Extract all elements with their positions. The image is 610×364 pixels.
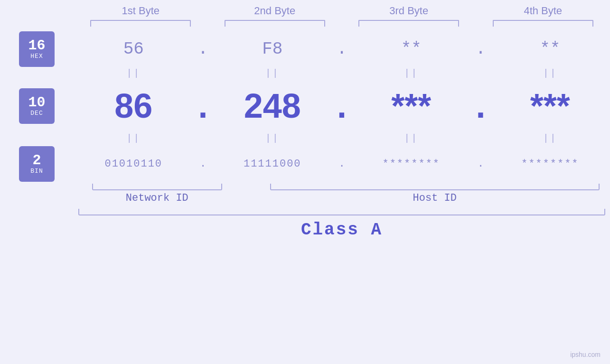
host-bottom-bracket xyxy=(270,184,600,190)
dec-b2: 248 xyxy=(213,86,333,125)
dec-b3: *** xyxy=(351,86,471,125)
byte4-header: 4th Byte xyxy=(476,5,610,20)
hex-badge-label: HEX xyxy=(30,53,43,60)
top-bracket-1 xyxy=(90,20,191,27)
hex-row: 16 HEX 56 . F8 . ** . ** xyxy=(0,31,610,67)
class-label: Class A xyxy=(301,220,383,240)
bottom-bracket-row xyxy=(0,184,610,190)
bin-badge-container: 2 BIN xyxy=(0,146,74,182)
equals-gap-1 xyxy=(0,67,74,80)
equals-2-b3: || xyxy=(351,132,471,145)
bracket-cell-4 xyxy=(476,20,610,27)
id-labels-row: Network ID Host ID xyxy=(0,192,610,204)
bracket-cell-1 xyxy=(74,20,208,27)
host-id-container: Host ID xyxy=(260,192,610,204)
top-bracket-4 xyxy=(493,20,593,27)
class-label-row: Class A xyxy=(0,220,610,240)
dec-row: 10 DEC 86 . 248 . *** . *** xyxy=(0,80,610,132)
hex-badge: 16 HEX xyxy=(19,31,55,67)
bin-dot-1: . xyxy=(194,158,213,170)
hex-badge-number: 16 xyxy=(28,38,45,53)
dec-data-row: 86 . 248 . *** . *** xyxy=(74,80,610,132)
network-id-label: Network ID xyxy=(126,192,188,204)
hex-b3: ** xyxy=(351,39,471,59)
bracket-cell-2 xyxy=(208,20,342,27)
network-bottom-bracket xyxy=(92,184,222,190)
bin-b4: ******** xyxy=(490,158,610,170)
network-id-container: Network ID xyxy=(74,192,241,204)
byte-headers: 1st Byte 2nd Byte 3rd Byte 4th Byte xyxy=(0,5,610,20)
hex-b2: F8 xyxy=(213,39,333,59)
watermark: ipshu.com xyxy=(570,351,601,358)
bin-b1: 01010110 xyxy=(74,158,194,170)
hex-b4: ** xyxy=(490,39,610,59)
bin-badge-number: 2 xyxy=(32,153,41,168)
host-bracket-container xyxy=(260,184,610,190)
id-gap xyxy=(241,192,260,204)
bin-dot-2: . xyxy=(332,158,351,170)
hex-badge-container: 16 HEX xyxy=(0,31,74,67)
byte3-header: 3rd Byte xyxy=(342,5,476,20)
byte2-header: 2nd Byte xyxy=(208,5,342,20)
bin-row: 2 BIN 01010110 . 11111000 . ******** . xyxy=(0,145,610,183)
dec-dot-2: . xyxy=(332,86,351,125)
dec-badge-container: 10 DEC xyxy=(0,88,74,124)
top-bracket-2 xyxy=(225,20,325,27)
hex-dot-1: . xyxy=(194,39,213,59)
hex-dot-2: . xyxy=(332,39,351,59)
equals-row-1: || || || || xyxy=(0,67,610,80)
dec-dot-3: . xyxy=(471,86,490,125)
equals-2-b2: || xyxy=(213,132,333,145)
bin-b3: ******** xyxy=(351,158,471,170)
equals-2-b4: || xyxy=(490,132,610,145)
equals-1-b4: || xyxy=(490,67,610,80)
bracket-gap-1 xyxy=(241,184,260,190)
dec-b1: 86 xyxy=(74,86,194,125)
equals-2-b1: || xyxy=(74,132,194,145)
equals-1-b2: || xyxy=(213,67,333,80)
byte1-header: 1st Byte xyxy=(74,5,208,20)
main-container: 1st Byte 2nd Byte 3rd Byte 4th Byte 16 H… xyxy=(0,0,610,364)
equals-1-b1: || xyxy=(74,67,194,80)
bin-badge-label: BIN xyxy=(30,168,43,175)
top-brackets xyxy=(0,20,610,27)
bin-b2: 11111000 xyxy=(213,158,333,170)
dec-b4: *** xyxy=(490,86,610,125)
bin-data-row: 01010110 . 11111000 . ******** . *******… xyxy=(74,145,610,183)
big-bracket-row xyxy=(0,209,610,215)
host-id-label: Host ID xyxy=(413,192,457,204)
hex-b1: 56 xyxy=(74,39,194,59)
dec-dot-1: . xyxy=(194,86,213,125)
network-bracket-container xyxy=(74,184,241,190)
bin-dot-3: . xyxy=(471,158,490,170)
dec-badge: 10 DEC xyxy=(19,88,55,124)
equals-1-b3: || xyxy=(351,67,471,80)
equals-gap-2 xyxy=(0,132,74,145)
dec-badge-number: 10 xyxy=(28,95,45,110)
hex-data-row: 56 . F8 . ** . ** xyxy=(74,33,610,66)
bracket-cell-3 xyxy=(342,20,476,27)
top-bracket-3 xyxy=(358,20,459,27)
dec-badge-label: DEC xyxy=(30,110,43,117)
hex-dot-3: . xyxy=(471,39,490,59)
big-bottom-bracket xyxy=(78,209,605,215)
big-bracket-container xyxy=(74,209,610,215)
equals-row-2: || || || || xyxy=(0,132,610,145)
bin-badge: 2 BIN xyxy=(19,146,55,182)
